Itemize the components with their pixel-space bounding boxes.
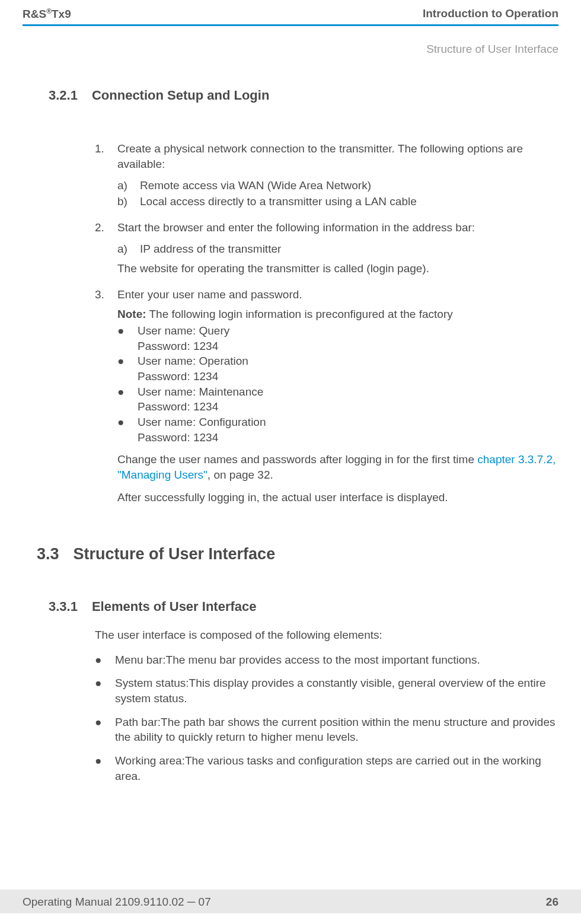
product-id: R&S®Tx9 bbox=[23, 7, 71, 21]
credentials-list: ●User name: QueryPassword: 1234 ●User na… bbox=[117, 323, 558, 445]
element-desc: The menu bar provides access to the most… bbox=[166, 654, 480, 666]
step-1-option-b: b)Local access directly to a transmitter… bbox=[117, 194, 558, 209]
bullet-icon: ● bbox=[117, 353, 129, 384]
step-2-result: The website for operating the transmitte… bbox=[117, 261, 558, 276]
step-number: 3. bbox=[95, 287, 109, 302]
credential-item: ●User name: QueryPassword: 1234 bbox=[117, 323, 558, 353]
section-body-3-2-1: 1. Create a physical network connection … bbox=[49, 141, 558, 505]
manual-id-2: 07 bbox=[195, 896, 210, 908]
step-2-options: a)IP address of the transmitter bbox=[95, 241, 558, 257]
change-text-1: Change the user names and passwords afte… bbox=[117, 453, 477, 466]
heading-title: Connection Setup and Login bbox=[92, 88, 269, 103]
content-area: 3.2.1 Connection Setup and Login 1. Crea… bbox=[23, 56, 558, 783]
element-item: ●Working area:The various tasks and conf… bbox=[95, 753, 558, 783]
bullet-icon: ● bbox=[117, 415, 129, 445]
footer-left: Operating Manual 2109.9110.02 ─ 07 bbox=[23, 896, 211, 909]
step-1-option-a: a)Remote access via WAN (Wide Area Netwo… bbox=[117, 178, 558, 193]
note-label: Note: bbox=[117, 308, 146, 320]
bullet-icon: ● bbox=[117, 384, 129, 415]
heading-3-3-1: 3.3.1 Elements of User Interface bbox=[49, 599, 558, 614]
option-label: a) bbox=[117, 178, 132, 193]
page: R&S®Tx9 Introduction to Operation Struct… bbox=[0, 0, 581, 924]
heading-number: 3.2.1 bbox=[49, 88, 78, 103]
section-name: Structure of User Interface bbox=[23, 43, 558, 56]
option-label: b) bbox=[117, 194, 132, 209]
bullet-icon: ● bbox=[95, 676, 107, 706]
heading-3-3: 3.3 Structure of User Interface bbox=[37, 545, 558, 563]
credential-pass: Password: 1234 bbox=[138, 339, 229, 354]
note-text: The following login information is preco… bbox=[146, 308, 453, 320]
bullet-icon: ● bbox=[95, 652, 107, 668]
heading-number: 3.3.1 bbox=[49, 599, 78, 614]
credential-item: ●User name: MaintenancePassword: 1234 bbox=[117, 384, 558, 415]
heading-3-2-1: 3.2.1 Connection Setup and Login bbox=[49, 88, 558, 103]
credential-item: ●User name: OperationPassword: 1234 bbox=[117, 353, 558, 384]
step-number: 1. bbox=[95, 141, 109, 171]
heading-title: Elements of User Interface bbox=[92, 599, 257, 614]
credential-pass: Password: 1234 bbox=[138, 399, 263, 415]
element-item: ●System status:This display provides a c… bbox=[95, 676, 558, 706]
step-3-note: Note: The following login information is… bbox=[117, 307, 558, 322]
option-label: a) bbox=[117, 241, 132, 257]
bullet-icon: ● bbox=[95, 715, 107, 745]
credential-pass: Password: 1234 bbox=[138, 430, 266, 445]
numbered-steps: 1. Create a physical network connection … bbox=[95, 141, 558, 505]
section-body-3-3-1: The user interface is composed of the fo… bbox=[49, 627, 558, 783]
product-suffix: Tx9 bbox=[52, 8, 71, 20]
credential-user: User name: Query bbox=[138, 323, 229, 339]
manual-id-1: Operating Manual 2109.9110.02 bbox=[23, 896, 187, 908]
change-text-2: , on page 32. bbox=[208, 469, 273, 481]
registered-mark: ® bbox=[46, 7, 52, 15]
page-header: R&S®Tx9 Introduction to Operation bbox=[23, 0, 558, 21]
bullet-icon: ● bbox=[95, 753, 107, 783]
product-prefix: R&S bbox=[23, 8, 46, 20]
credential-user: User name: Maintenance bbox=[138, 384, 263, 400]
credential-user: User name: Operation bbox=[138, 353, 248, 369]
step-3-result: After successfully logging in, the actua… bbox=[117, 490, 558, 505]
element-heading: Path bar: bbox=[115, 716, 161, 728]
heading-number: 3.3 bbox=[37, 545, 59, 563]
page-footer: Operating Manual 2109.9110.02 ─ 07 26 bbox=[0, 890, 581, 913]
element-heading: Working area: bbox=[115, 754, 185, 767]
step-1-options: a)Remote access via WAN (Wide Area Netwo… bbox=[95, 178, 558, 209]
header-sub-wrap: Structure of User Interface bbox=[23, 43, 558, 56]
header-right: Introduction to Operation bbox=[423, 7, 558, 20]
option-text: Remote access via WAN (Wide Area Network… bbox=[140, 178, 371, 193]
bullet-icon: ● bbox=[117, 323, 129, 353]
option-text: Local access directly to a transmitter u… bbox=[140, 194, 417, 209]
step-2-option-a: a)IP address of the transmitter bbox=[117, 241, 558, 257]
elements-list: ●Menu bar:The menu bar provides access t… bbox=[95, 652, 558, 783]
step-number: 2. bbox=[95, 220, 109, 235]
heading-title: Structure of User Interface bbox=[74, 545, 276, 563]
step-3: 3. Enter your user name and password. No… bbox=[95, 287, 558, 505]
change-password-note: Change the user names and passwords afte… bbox=[117, 452, 558, 482]
chapter-title: Introduction to Operation bbox=[423, 7, 558, 20]
step-1: 1. Create a physical network connection … bbox=[95, 141, 558, 209]
credential-user: User name: Configuration bbox=[138, 415, 266, 430]
step-text: Enter your user name and password. bbox=[117, 287, 302, 302]
manual-id-dash: ─ bbox=[187, 896, 195, 908]
header-rule bbox=[23, 24, 558, 26]
element-desc: The path bar shows the current position … bbox=[115, 716, 555, 744]
step-text: Create a physical network connection to … bbox=[117, 141, 558, 171]
element-item: ●Path bar:The path bar shows the current… bbox=[95, 715, 558, 745]
elements-intro: The user interface is composed of the fo… bbox=[95, 627, 558, 643]
element-heading: System status: bbox=[115, 677, 189, 689]
step-2: 2. Start the browser and enter the follo… bbox=[95, 220, 558, 276]
element-heading: Menu bar: bbox=[115, 654, 166, 666]
credential-item: ●User name: ConfigurationPassword: 1234 bbox=[117, 415, 558, 445]
page-number: 26 bbox=[546, 896, 558, 909]
element-item: ●Menu bar:The menu bar provides access t… bbox=[95, 652, 558, 668]
step-text: Start the browser and enter the followin… bbox=[117, 220, 475, 235]
credential-pass: Password: 1234 bbox=[138, 369, 248, 384]
option-text: IP address of the transmitter bbox=[140, 241, 281, 257]
